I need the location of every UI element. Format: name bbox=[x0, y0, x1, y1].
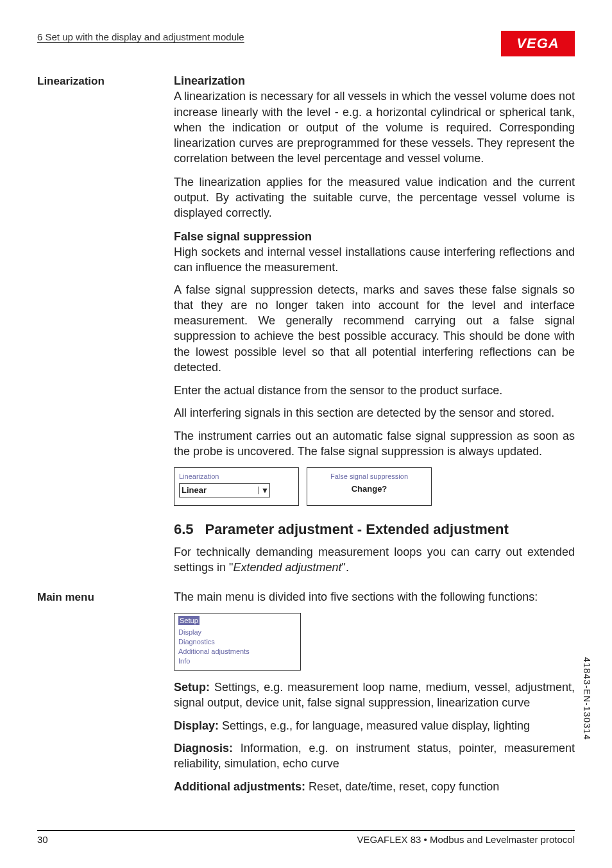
body-text: A false signal suppression detects, mark… bbox=[174, 282, 575, 376]
body-text: Enter the actual distance from the senso… bbox=[174, 383, 575, 398]
heading-linearization: Linearization bbox=[174, 73, 575, 88]
body-text: Setup: Settings, e.g. measurement loop n… bbox=[174, 680, 575, 711]
text-run: ". bbox=[342, 561, 349, 574]
body-text: The main menu is divided into five secti… bbox=[174, 589, 575, 605]
body-text: High sockets and internal vessel install… bbox=[174, 244, 575, 276]
body-text: Additional adjustments: Reset, date/time… bbox=[174, 779, 575, 794]
side-label-linearization: Linearization bbox=[37, 73, 162, 583]
lead-setup: Setup: bbox=[174, 681, 210, 694]
page-number: 30 bbox=[37, 833, 48, 846]
heading-number: 6.5 bbox=[174, 521, 194, 537]
ui-panel-title: Linearization bbox=[179, 472, 294, 481]
body-text: Diagnosis: Information, e.g. on instrume… bbox=[174, 740, 575, 772]
chevron-down-icon: ▼ bbox=[259, 487, 268, 494]
logo-text: VEGA bbox=[516, 34, 559, 53]
menu-item-additional[interactable]: Additional adjustments bbox=[178, 647, 296, 656]
menu-item-info[interactable]: Info bbox=[178, 656, 296, 666]
body-text: The linearization applies for the measur… bbox=[174, 174, 575, 221]
change-prompt[interactable]: Change? bbox=[312, 483, 427, 495]
text-run: Information, e.g. on instrument status, … bbox=[174, 742, 575, 770]
lead-additional: Additional adjustments: bbox=[174, 780, 305, 793]
footer-doc-title: VEGAFLEX 83 • Modbus and Levelmaster pro… bbox=[357, 833, 575, 846]
vega-logo: VEGA bbox=[501, 31, 575, 56]
text-run: Settings, e.g. measurement loop name, me… bbox=[174, 681, 575, 709]
body-text: A linearization is necessary for all ves… bbox=[174, 88, 575, 166]
ui-panel-main-menu: Setup Display Diagnostics Additional adj… bbox=[174, 613, 301, 671]
ui-panel-title: False signal suppression bbox=[312, 472, 427, 481]
menu-item-diagnostics[interactable]: Diagnostics bbox=[178, 637, 296, 647]
lead-display: Display: bbox=[174, 719, 219, 732]
ui-panel-false-signal: False signal suppression Change? bbox=[307, 467, 432, 506]
lead-diagnosis: Diagnosis: bbox=[174, 742, 233, 755]
text-run: Settings, e.g., for language, measured v… bbox=[219, 719, 530, 732]
body-text: Display: Settings, e.g., for language, m… bbox=[174, 718, 575, 733]
document-code: 41843-EN-130314 bbox=[581, 657, 593, 740]
heading-6-5: 6.5Parameter adjustment - Extended adjus… bbox=[174, 520, 575, 539]
heading-title: Parameter adjustment - Extended adjustme… bbox=[205, 521, 509, 537]
menu-item-setup[interactable]: Setup bbox=[178, 616, 200, 626]
ui-panel-linearization: Linearization Linear ▼ bbox=[174, 467, 299, 506]
heading-false-signal: False signal suppression bbox=[174, 229, 575, 244]
linearization-select[interactable]: Linear ▼ bbox=[179, 483, 270, 497]
text-run: Reset, date/time, reset, copy function bbox=[305, 780, 499, 793]
text-italic: Extended adjustment bbox=[233, 561, 341, 574]
body-text: The instrument carries out an automatic … bbox=[174, 428, 575, 460]
body-text: All interfering signals in this section … bbox=[174, 405, 575, 421]
select-value: Linear bbox=[182, 485, 207, 496]
side-label-main-menu: Main menu bbox=[37, 589, 162, 802]
menu-item-display[interactable]: Display bbox=[178, 628, 296, 637]
running-head: 6 Set up with the display and adjustment… bbox=[37, 31, 244, 44]
body-text: For technically demanding measurement lo… bbox=[174, 544, 575, 576]
